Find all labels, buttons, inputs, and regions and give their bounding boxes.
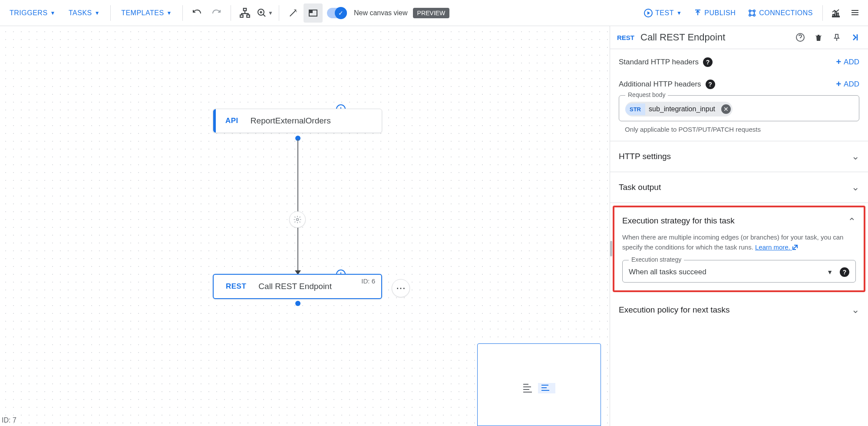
panel-toggle-icon[interactable] xyxy=(304,3,323,23)
toolbar: TRIGGERS▼ TASKS▼ TEMPLATES▼ ▼ ✓ New canv… xyxy=(0,0,868,26)
chevron-down-icon: ⌄ xyxy=(851,182,859,193)
separator xyxy=(182,5,183,21)
select-value: When all tasks succeed xyxy=(629,268,827,276)
chip-type-badge: STR xyxy=(625,103,645,115)
panel-title: Call REST Endpoint xyxy=(640,32,788,43)
chip-value: sub_integration_input xyxy=(649,105,715,113)
undo-icon[interactable] xyxy=(187,3,206,23)
separator xyxy=(110,5,111,21)
std-headers-label: Standard HTTP headers? xyxy=(619,57,713,67)
canvas-corner-id: ID: 7 xyxy=(2,416,17,424)
request-body-hint: Only applicable to POST/PUT/PATCH reques… xyxy=(619,126,859,133)
panel-header: REST Call REST Endpoint xyxy=(610,26,868,49)
execution-policy-section[interactable]: Execution policy for next tasks ⌄ xyxy=(610,295,868,325)
collapse-panel-icon[interactable] xyxy=(849,31,861,43)
delete-icon[interactable] xyxy=(812,31,825,43)
separator xyxy=(231,5,231,21)
check-icon: ✓ xyxy=(335,7,347,19)
task-title: Call REST Endpoint xyxy=(258,282,332,291)
http-settings-section[interactable]: HTTP settings ⌄ xyxy=(610,141,868,172)
connection-line xyxy=(297,139,298,275)
chevron-down-icon: ▼ xyxy=(268,10,273,16)
rest-badge: REST xyxy=(617,34,634,41)
edge-settings-button[interactable] xyxy=(289,211,306,228)
task-output-section[interactable]: Task output ⌄ xyxy=(610,172,868,203)
exec-strategy-desc: When there are multiple incoming edges (… xyxy=(622,233,856,252)
canvas-view-toggle[interactable]: ✓ xyxy=(327,8,347,18)
request-body-chip[interactable]: STR sub_integration_input ✕ xyxy=(625,102,733,116)
svg-rect-11 xyxy=(851,10,858,11)
pin-icon[interactable] xyxy=(831,31,843,43)
main: + API ReportExternalOrders + REST Call R… xyxy=(0,26,868,426)
learn-more-link[interactable]: Learn more. xyxy=(755,243,798,251)
svg-point-7 xyxy=(749,10,751,12)
svg-rect-2 xyxy=(247,15,250,17)
details-panel: REST Call REST Endpoint Standard HTTP he… xyxy=(610,26,868,426)
redo-icon[interactable] xyxy=(207,3,226,23)
svg-rect-1 xyxy=(240,15,243,17)
layout-icon[interactable] xyxy=(235,3,254,23)
chevron-down-icon: ▼ xyxy=(167,10,172,16)
play-icon xyxy=(644,9,653,17)
svg-point-9 xyxy=(749,14,751,16)
templates-menu[interactable]: TEMPLATES▼ xyxy=(115,6,178,20)
zoom-icon[interactable]: ▼ xyxy=(255,3,274,23)
addl-headers-label: Additional HTTP headers? xyxy=(619,80,715,89)
publish-button[interactable]: PUBLISH xyxy=(688,6,742,20)
triggers-menu[interactable]: TRIGGERS▼ xyxy=(3,6,62,20)
help-icon[interactable] xyxy=(794,31,806,43)
task-id: ID: 6 xyxy=(361,277,375,285)
output-port[interactable] xyxy=(295,301,300,306)
dropdown-arrow-icon: ▼ xyxy=(827,269,833,276)
chevron-down-icon: ⌄ xyxy=(851,151,859,162)
tasks-menu[interactable]: TASKS▼ xyxy=(63,6,106,20)
task-more-button[interactable]: ⋯ xyxy=(392,279,410,297)
minimap[interactable] xyxy=(477,343,601,426)
svg-rect-5 xyxy=(309,10,312,13)
node-accent-bar xyxy=(213,109,216,133)
separator xyxy=(279,5,279,21)
help-tooltip-icon[interactable]: ? xyxy=(706,80,715,89)
wand-icon[interactable] xyxy=(284,3,303,23)
api-badge: API xyxy=(225,116,238,125)
svg-point-14 xyxy=(297,219,299,221)
request-body-legend: Request body xyxy=(625,91,668,98)
chevron-up-icon: ⌄ xyxy=(848,215,856,226)
minimap-glyph xyxy=(523,383,534,393)
execution-strategy-section: Execution strategy for this task ⌄ When … xyxy=(613,206,865,292)
external-link-icon xyxy=(792,244,798,250)
chevron-down-icon: ⌄ xyxy=(851,304,859,316)
separator xyxy=(822,5,823,21)
task-node-selected[interactable]: REST Call REST Endpoint ID: 6 xyxy=(213,274,382,299)
remove-chip-icon[interactable]: ✕ xyxy=(721,104,731,114)
connections-icon xyxy=(748,9,756,17)
svg-point-8 xyxy=(753,10,755,12)
add-addl-header-button[interactable]: +ADD xyxy=(836,79,859,89)
request-body-field[interactable]: Request body STR sub_integration_input ✕ xyxy=(619,95,859,121)
minimap-node xyxy=(538,383,555,393)
svg-point-10 xyxy=(753,14,755,16)
resize-handle[interactable] xyxy=(610,241,612,256)
rest-badge: REST xyxy=(226,282,246,291)
chart-icon[interactable] xyxy=(826,3,845,23)
help-tooltip-icon[interactable]: ? xyxy=(703,57,713,67)
exec-strategy-header[interactable]: Execution strategy for this task ⌄ xyxy=(622,215,856,226)
exec-strategy-select[interactable]: Execution strategy When all tasks succee… xyxy=(622,260,856,283)
headers-section: Standard HTTP headers? +ADD Additional H… xyxy=(610,49,868,141)
gear-icon xyxy=(293,215,302,224)
canvas[interactable]: + API ReportExternalOrders + REST Call R… xyxy=(0,26,610,426)
menu-icon[interactable] xyxy=(845,3,865,23)
help-tooltip-icon[interactable]: ? xyxy=(840,267,849,277)
svg-rect-12 xyxy=(851,12,858,13)
add-std-header-button[interactable]: +ADD xyxy=(836,57,859,67)
preview-badge: PREVIEW xyxy=(413,8,450,18)
chevron-down-icon: ▼ xyxy=(50,10,56,16)
trigger-title: ReportExternalOrders xyxy=(251,116,331,126)
chevron-down-icon: ▼ xyxy=(677,10,682,16)
connections-button[interactable]: CONNECTIONS xyxy=(742,5,819,21)
canvas-view-label: New canvas view xyxy=(354,9,408,17)
svg-rect-0 xyxy=(244,8,247,10)
trigger-node[interactable]: API ReportExternalOrders xyxy=(213,109,382,133)
chevron-down-icon: ▼ xyxy=(95,10,100,16)
test-button[interactable]: TEST▼ xyxy=(638,5,688,21)
